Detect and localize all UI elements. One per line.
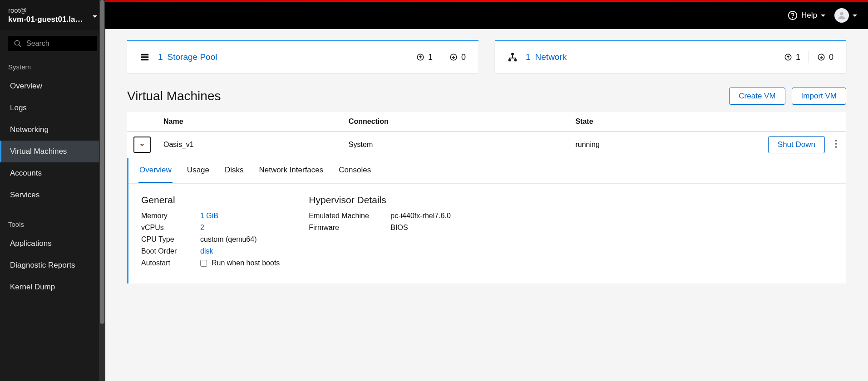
search-input[interactable] [26, 39, 92, 48]
arrow-up-circle-icon [416, 53, 424, 61]
col-connection: Connection [342, 112, 569, 132]
network-up-stat: 1 [784, 53, 800, 62]
import-vm-button[interactable]: Import VM [792, 88, 846, 105]
tab-usage[interactable]: Usage [186, 158, 210, 183]
network-down-stat: 0 [817, 53, 833, 62]
storage-pool-label: Storage Pool [168, 52, 217, 62]
autostart-label: Autostart [141, 259, 191, 267]
network-icon [508, 52, 518, 62]
avatar [834, 8, 849, 23]
stat-value: 1 [428, 53, 433, 62]
search-box[interactable] [8, 36, 97, 51]
sidebar-item-diagnostic-reports[interactable]: Diagnostic Reports [0, 254, 105, 276]
sidebar-item-applications[interactable]: Applications [0, 233, 105, 254]
sidebar-scrollbar[interactable] [99, 0, 105, 381]
hypervisor-section: Hypervisor Details Emulated Machine pc-i… [309, 195, 451, 271]
general-heading: General [141, 195, 280, 205]
caret-down-icon [853, 15, 857, 17]
sidebar-item-overview[interactable]: Overview [0, 75, 105, 97]
search-icon [14, 39, 22, 48]
vm-name: Oasis_v1 [157, 132, 342, 158]
cpu-type-value: custom (qemu64) [200, 235, 257, 244]
host-picker-host: kvm-01-guest01.lab.e... [8, 15, 85, 24]
nav-section-system: System [0, 57, 105, 75]
network-card: 1 Network 1 0 [495, 40, 846, 73]
sidebar-item-label: Accounts [10, 169, 42, 177]
network-link[interactable]: 1 Network [526, 52, 567, 62]
svg-rect-7 [141, 59, 149, 61]
firmware-value: BIOS [390, 224, 408, 232]
kebab-icon [835, 139, 837, 148]
host-picker-user: root@ [8, 6, 85, 14]
top-header: Help [105, 2, 868, 29]
sidebar-item-label: Overview [10, 82, 42, 90]
sidebar-item-label: Networking [10, 125, 49, 134]
vm-detail-panel: Overview Usage Disks Network Interfaces … [127, 158, 846, 283]
sidebar-item-label: Kernel Dump [10, 283, 55, 291]
autostart-checkbox[interactable] [200, 260, 207, 267]
caret-down-icon [93, 11, 97, 20]
svg-point-15 [835, 140, 837, 142]
help-icon [788, 10, 798, 20]
arrow-down-circle-icon [817, 53, 825, 61]
vcpus-label: vCPUs [141, 224, 191, 232]
svg-point-16 [835, 143, 837, 145]
sidebar-item-accounts[interactable]: Accounts [0, 162, 105, 184]
stat-value: 0 [461, 53, 466, 62]
storage-icon [140, 52, 150, 62]
sidebar-item-networking[interactable]: Networking [0, 119, 105, 141]
divider [809, 51, 809, 63]
tab-network-interfaces[interactable]: Network Interfaces [258, 158, 325, 183]
sidebar-item-logs[interactable]: Logs [0, 97, 105, 119]
svg-point-17 [835, 146, 837, 148]
svg-line-1 [19, 44, 21, 47]
user-icon [837, 10, 847, 20]
svg-point-0 [15, 40, 20, 45]
table-row: Oasis_v1 System running Shut Down [127, 132, 846, 158]
sidebar: root@ kvm-01-guest01.lab.e... System Ove… [0, 0, 105, 381]
svg-point-3 [793, 18, 793, 18]
sidebar-item-kernel-dump[interactable]: Kernel Dump [0, 276, 105, 298]
shutdown-button[interactable]: Shut Down [768, 136, 825, 153]
storage-pool-link[interactable]: 1 Storage Pool [158, 52, 217, 62]
hypervisor-heading: Hypervisor Details [309, 195, 451, 205]
tab-overview[interactable]: Overview [138, 158, 173, 183]
vcpus-value[interactable]: 2 [200, 224, 204, 232]
tab-consoles[interactable]: Consoles [338, 158, 372, 183]
storage-up-stat: 1 [416, 53, 433, 62]
sidebar-item-label: Logs [10, 103, 27, 112]
svg-rect-5 [141, 54, 149, 56]
kebab-menu[interactable] [832, 137, 840, 153]
help-menu[interactable]: Help [788, 10, 825, 20]
network-label: Network [535, 52, 567, 62]
host-picker[interactable]: root@ kvm-01-guest01.lab.e... [0, 0, 105, 30]
col-name: Name [157, 112, 342, 132]
tab-disks[interactable]: Disks [224, 158, 245, 183]
user-menu[interactable] [834, 8, 857, 23]
sidebar-item-label: Diagnostic Reports [10, 261, 75, 269]
sidebar-item-virtual-machines[interactable]: Virtual Machines [0, 141, 105, 162]
caret-down-icon [821, 15, 825, 17]
create-vm-button[interactable]: Create VM [729, 88, 785, 105]
vm-table: Name Connection State Oasis_v1 [127, 112, 846, 283]
sidebar-item-label: Services [10, 190, 39, 199]
memory-value[interactable]: 1 GiB [200, 212, 218, 220]
svg-rect-11 [508, 59, 511, 62]
chevron-down-icon [139, 142, 145, 148]
page-title: Virtual Machines [127, 89, 221, 103]
storage-pool-count: 1 [158, 52, 163, 62]
expand-toggle[interactable] [133, 137, 151, 153]
general-section: General Memory 1 GiB vCPUs 2 [141, 195, 280, 271]
storage-pool-card: 1 Storage Pool 1 0 [127, 40, 478, 73]
sidebar-item-services[interactable]: Services [0, 184, 105, 206]
col-state: State [569, 112, 728, 132]
autostart-text: Run when host boots [212, 259, 280, 267]
main-content: 1 Storage Pool 1 0 [105, 29, 868, 381]
divider [441, 51, 441, 63]
sidebar-scrollbar-thumb[interactable] [100, 0, 104, 324]
stat-value: 1 [796, 53, 800, 62]
boot-order-value[interactable]: disk [200, 247, 213, 255]
memory-label: Memory [141, 212, 191, 220]
storage-down-stat: 0 [449, 53, 466, 62]
svg-rect-6 [141, 56, 149, 58]
